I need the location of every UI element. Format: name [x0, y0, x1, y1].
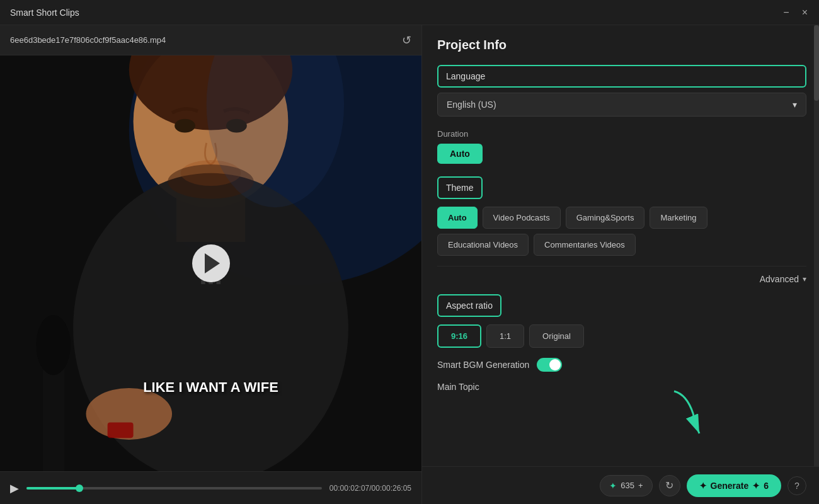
- bgm-row: Smart BGM Generation: [437, 358, 806, 372]
- close-button[interactable]: ×: [801, 6, 809, 19]
- language-chevron: ▾: [793, 100, 797, 110]
- progress-fill: [26, 487, 79, 490]
- language-section: Language English (US) ▾: [437, 65, 806, 117]
- current-time: 00:00:02:07: [329, 484, 369, 493]
- theme-buttons: Auto Video Podcasts Gaming&Sports Market…: [437, 207, 806, 229]
- theme-label: Theme: [437, 176, 483, 199]
- advanced-row[interactable]: Advanced ▾: [437, 274, 806, 284]
- toggle-thumb: [549, 359, 561, 370]
- aspect-ratio-section: Aspect ratio 9:16 1:1 Original: [437, 294, 806, 348]
- bgm-toggle[interactable]: [537, 358, 562, 372]
- main-topic-label: Main Topic: [437, 382, 806, 392]
- app-title: Smart Short Clips: [10, 8, 79, 18]
- time-display: 00:00:02:07/00:00:26:05: [329, 484, 411, 493]
- theme-button-commentaries[interactable]: Commentaries Videos: [534, 234, 636, 256]
- svg-rect-9: [108, 423, 134, 438]
- aspect-button-1-1[interactable]: 1:1: [486, 324, 524, 348]
- refresh-button[interactable]: ↺: [402, 33, 411, 47]
- left-panel: 6ee6d3bede17e7f806c0cf9f5aac4e86.mp4 ↺: [0, 25, 422, 504]
- credits-icon: ✦: [609, 481, 617, 491]
- title-bar: Smart Short Clips − ×: [0, 0, 819, 25]
- theme-buttons-row2: Educational Videos Commentaries Videos: [437, 234, 806, 256]
- theme-button-marketing[interactable]: Marketing: [650, 207, 707, 229]
- generate-button[interactable]: ✦ Generate ✦ 6: [687, 474, 782, 497]
- duration-auto-button[interactable]: Auto: [437, 144, 483, 164]
- scrollbar-thumb[interactable]: [814, 25, 819, 101]
- svg-point-8: [36, 315, 71, 375]
- play-button[interactable]: [192, 244, 230, 282]
- divider: [437, 266, 806, 266]
- language-dropdown[interactable]: English (US) ▾: [437, 93, 806, 117]
- video-controls: ▶ 00:00:02:07/00:00:26:05: [0, 471, 421, 504]
- theme-button-educational[interactable]: Educational Videos: [437, 234, 529, 256]
- credits-plus: +: [638, 481, 643, 490]
- right-content: Project Info Language English (US) ▾ Dur…: [422, 25, 819, 410]
- theme-button-video-podcasts[interactable]: Video Podcasts: [483, 207, 561, 229]
- generate-icon2: ✦: [752, 481, 760, 491]
- main-layout: 6ee6d3bede17e7f806c0cf9f5aac4e86.mp4 ↺: [0, 25, 819, 504]
- play-icon: [205, 253, 220, 273]
- total-time: /00:00:26:05: [369, 484, 411, 493]
- theme-button-auto[interactable]: Auto: [437, 207, 478, 229]
- video-preview: ■ ■ ■ LIKE I WANT A WIFE: [0, 55, 421, 471]
- refresh-credits-button[interactable]: ↻: [659, 475, 680, 496]
- file-name: 6ee6d3bede17e7f806c0cf9f5aac4e86.mp4: [10, 35, 397, 45]
- file-bar: 6ee6d3bede17e7f806c0cf9f5aac4e86.mp4 ↺: [0, 25, 421, 55]
- aspect-ratio-label: Aspect ratio: [437, 294, 501, 317]
- generate-icon: ✦: [699, 481, 707, 491]
- generate-count: 6: [764, 481, 769, 491]
- theme-section: Theme Auto Video Podcasts Gaming&Sports …: [437, 176, 806, 256]
- language-label: Language: [437, 65, 806, 88]
- subtitle-overlay: LIKE I WANT A WIFE: [143, 379, 278, 396]
- progress-thumb: [76, 484, 83, 492]
- scrollbar-track[interactable]: [814, 25, 819, 504]
- aspect-ratio-buttons: 9:16 1:1 Original: [437, 324, 806, 348]
- svg-point-10: [175, 119, 195, 133]
- project-info-title: Project Info: [437, 38, 806, 52]
- theme-button-gaming-sports[interactable]: Gaming&Sports: [566, 207, 645, 229]
- advanced-chevron: ▾: [803, 275, 806, 284]
- credits-value: 635: [621, 481, 634, 490]
- progress-bar[interactable]: [26, 487, 322, 490]
- duration-label: Duration: [437, 129, 806, 139]
- minimize-button[interactable]: −: [782, 6, 790, 19]
- control-play-icon: ▶: [10, 482, 19, 495]
- help-button[interactable]: ?: [788, 476, 806, 495]
- bottom-bar: ✦ 635 + ↻ ✦ Generate ✦ 6 ?: [422, 466, 819, 504]
- window-controls: − ×: [782, 6, 809, 19]
- credits-button[interactable]: ✦ 635 +: [600, 475, 652, 496]
- generate-label: Generate: [711, 481, 749, 491]
- advanced-label: Advanced: [760, 274, 799, 284]
- language-selected: English (US): [447, 100, 496, 110]
- right-panel: Project Info Language English (US) ▾ Dur…: [422, 25, 819, 504]
- control-play-button[interactable]: ▶: [10, 481, 19, 495]
- duration-section: Duration Auto: [437, 129, 806, 164]
- aspect-button-original[interactable]: Original: [529, 324, 584, 348]
- bgm-label: Smart BGM Generation: [437, 360, 529, 370]
- aspect-button-9-16[interactable]: 9:16: [437, 324, 481, 348]
